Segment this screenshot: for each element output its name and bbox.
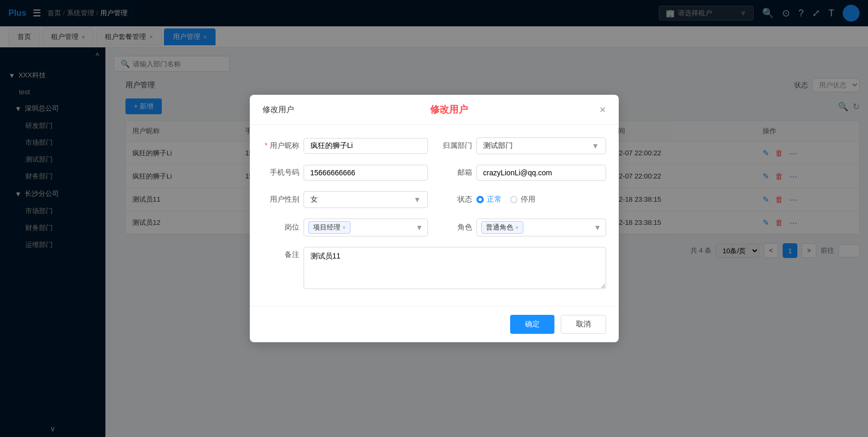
remark-label: 备注 [262, 247, 299, 260]
status-normal-label: 正常 [487, 195, 502, 204]
role-label: 角色 [441, 223, 472, 232]
dept-select[interactable]: 测试部门 ▼ [476, 137, 606, 154]
status-normal-radio[interactable]: 正常 [476, 195, 502, 204]
chevron-down-icon: ▼ [414, 195, 421, 204]
gender-select[interactable]: 女 ▼ [304, 191, 428, 208]
role-tag: 普通角色 × [481, 221, 523, 234]
nickname-label: * 用户昵称 [262, 141, 299, 151]
role-tag-close[interactable]: × [515, 224, 519, 231]
modal-close-icon[interactable]: × [593, 104, 606, 116]
status-disabled-label: 停用 [521, 195, 535, 204]
modal: 修改用户 修改用户 × * 用户昵称 归属部门 测试部门 ▼ [250, 95, 619, 342]
modal-footer: 确定 取消 [250, 306, 619, 342]
modal-header: 修改用户 修改用户 × [250, 95, 619, 125]
confirm-button[interactable]: 确定 [510, 315, 554, 334]
phone-input[interactable] [304, 165, 428, 181]
modal-body: * 用户昵称 归属部门 测试部门 ▼ 手机号码 [250, 125, 619, 306]
cancel-button[interactable]: 取消 [561, 315, 606, 334]
gender-value: 女 [310, 195, 318, 204]
chevron-down-icon: ▼ [416, 223, 423, 232]
role-tag-select[interactable]: 普通角色 × ▼ [476, 219, 606, 236]
chevron-down-icon: ▼ [592, 142, 599, 150]
remark-textarea[interactable]: 测试员11 [304, 247, 606, 289]
position-label: 岗位 [262, 223, 299, 232]
modal-title-center: 修改用户 [305, 103, 593, 116]
email-label: 邮箱 [441, 168, 472, 177]
email-input[interactable] [476, 165, 606, 181]
status-disabled-radio[interactable]: 停用 [510, 195, 535, 204]
modal-overlay: 修改用户 修改用户 × * 用户昵称 归属部门 测试部门 ▼ [0, 0, 868, 437]
dept-label: 归属部门 [441, 141, 472, 151]
phone-label: 手机号码 [262, 168, 299, 177]
nickname-input[interactable] [304, 138, 428, 154]
status-radio-group: 正常 停用 [476, 195, 535, 204]
position-tag-close[interactable]: × [343, 224, 346, 231]
gender-label: 用户性别 [262, 195, 299, 204]
dept-value: 测试部门 [483, 141, 513, 151]
position-tag-select[interactable]: 项目经理 × ▼ [304, 219, 428, 236]
status-label-modal: 状态 [441, 195, 472, 204]
modal-title-left: 修改用户 [262, 105, 305, 115]
chevron-down-icon: ▼ [594, 223, 601, 232]
position-tag: 项目经理 × [308, 221, 350, 234]
